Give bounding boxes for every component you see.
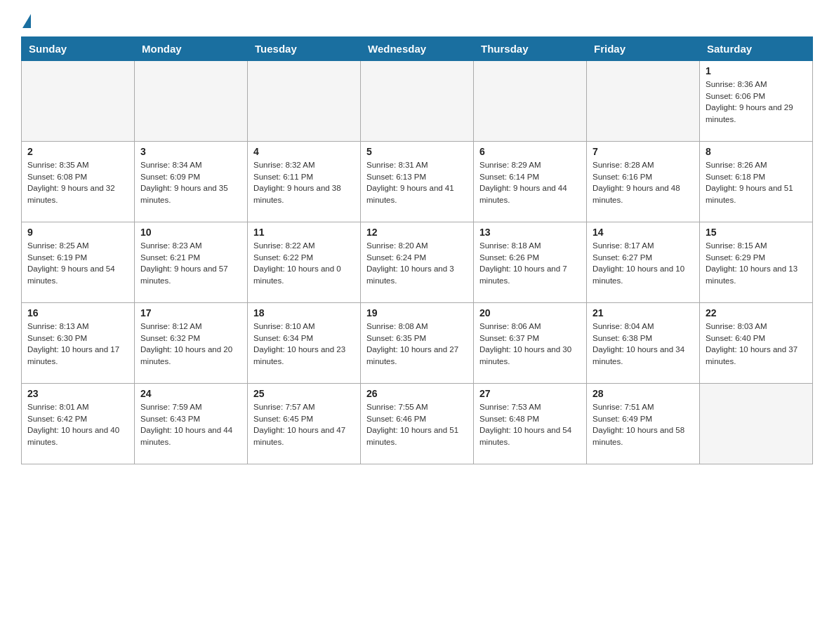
day-info: Sunrise: 8:12 AM Sunset: 6:32 PM Dayligh… [140, 321, 241, 368]
day-info: Sunrise: 8:17 AM Sunset: 6:27 PM Dayligh… [593, 240, 694, 287]
day-number: 26 [366, 388, 468, 399]
day-info: Sunrise: 8:01 AM Sunset: 6:42 PM Dayligh… [27, 401, 128, 448]
day-number: 16 [27, 307, 128, 318]
calendar-day-cell [700, 384, 813, 464]
calendar-day-cell: 24Sunrise: 7:59 AM Sunset: 6:43 PM Dayli… [135, 384, 248, 464]
calendar-day-cell: 15Sunrise: 8:15 AM Sunset: 6:29 PM Dayli… [700, 222, 813, 303]
calendar-day-cell: 28Sunrise: 7:51 AM Sunset: 6:49 PM Dayli… [587, 384, 700, 464]
day-of-week-header: Monday [135, 37, 248, 61]
calendar-day-cell: 9Sunrise: 8:25 AM Sunset: 6:19 PM Daylig… [22, 222, 135, 303]
day-info: Sunrise: 8:20 AM Sunset: 6:24 PM Dayligh… [366, 240, 468, 287]
calendar-day-cell: 10Sunrise: 8:23 AM Sunset: 6:21 PM Dayli… [135, 222, 248, 303]
day-info: Sunrise: 8:22 AM Sunset: 6:22 PM Dayligh… [253, 240, 355, 287]
calendar-day-cell [474, 61, 587, 142]
calendar-day-cell [361, 61, 474, 142]
day-info: Sunrise: 8:25 AM Sunset: 6:19 PM Dayligh… [27, 240, 128, 287]
day-info: Sunrise: 7:53 AM Sunset: 6:48 PM Dayligh… [479, 401, 581, 448]
calendar-day-cell: 17Sunrise: 8:12 AM Sunset: 6:32 PM Dayli… [135, 303, 248, 384]
day-number: 9 [27, 227, 128, 238]
day-info: Sunrise: 8:10 AM Sunset: 6:34 PM Dayligh… [253, 321, 355, 368]
day-number: 21 [593, 307, 694, 318]
calendar-day-cell: 8Sunrise: 8:26 AM Sunset: 6:18 PM Daylig… [700, 142, 813, 222]
day-info: Sunrise: 8:34 AM Sunset: 6:09 PM Dayligh… [140, 159, 241, 206]
calendar-day-cell: 11Sunrise: 8:22 AM Sunset: 6:22 PM Dayli… [248, 222, 361, 303]
day-of-week-header: Saturday [700, 37, 813, 61]
calendar-day-cell [248, 61, 361, 142]
day-number: 28 [593, 388, 694, 399]
day-number: 12 [366, 227, 468, 238]
day-info: Sunrise: 8:06 AM Sunset: 6:37 PM Dayligh… [479, 321, 581, 368]
day-number: 3 [140, 146, 241, 157]
day-number: 22 [706, 307, 807, 318]
day-info: Sunrise: 7:59 AM Sunset: 6:43 PM Dayligh… [140, 401, 241, 448]
calendar-day-cell: 14Sunrise: 8:17 AM Sunset: 6:27 PM Dayli… [587, 222, 700, 303]
calendar-day-cell: 6Sunrise: 8:29 AM Sunset: 6:14 PM Daylig… [474, 142, 587, 222]
day-info: Sunrise: 8:28 AM Sunset: 6:16 PM Dayligh… [593, 159, 694, 206]
calendar-day-cell: 22Sunrise: 8:03 AM Sunset: 6:40 PM Dayli… [700, 303, 813, 384]
day-number: 19 [366, 307, 468, 318]
day-number: 15 [706, 227, 807, 238]
day-number: 13 [479, 227, 581, 238]
day-number: 23 [27, 388, 128, 399]
calendar-day-cell: 12Sunrise: 8:20 AM Sunset: 6:24 PM Dayli… [361, 222, 474, 303]
calendar-day-cell: 1Sunrise: 8:36 AM Sunset: 6:06 PM Daylig… [700, 61, 813, 142]
day-info: Sunrise: 8:29 AM Sunset: 6:14 PM Dayligh… [479, 159, 581, 206]
day-number: 1 [706, 65, 807, 76]
calendar-day-cell: 18Sunrise: 8:10 AM Sunset: 6:34 PM Dayli… [248, 303, 361, 384]
day-of-week-header: Tuesday [248, 37, 361, 61]
day-number: 5 [366, 146, 468, 157]
day-of-week-header: Thursday [474, 37, 587, 61]
day-number: 6 [479, 146, 581, 157]
page-header [21, 14, 813, 25]
day-info: Sunrise: 8:36 AM Sunset: 6:06 PM Dayligh… [706, 79, 807, 126]
day-of-week-header: Friday [587, 37, 700, 61]
day-number: 18 [253, 307, 355, 318]
day-info: Sunrise: 8:15 AM Sunset: 6:29 PM Dayligh… [706, 240, 807, 287]
day-info: Sunrise: 8:26 AM Sunset: 6:18 PM Dayligh… [706, 159, 807, 206]
day-info: Sunrise: 8:18 AM Sunset: 6:26 PM Dayligh… [479, 240, 581, 287]
day-number: 20 [479, 307, 581, 318]
day-number: 10 [140, 227, 241, 238]
day-info: Sunrise: 8:32 AM Sunset: 6:11 PM Dayligh… [253, 159, 355, 206]
day-number: 25 [253, 388, 355, 399]
day-of-week-header: Wednesday [361, 37, 474, 61]
day-number: 11 [253, 227, 355, 238]
day-info: Sunrise: 8:13 AM Sunset: 6:30 PM Dayligh… [27, 321, 128, 368]
calendar-week-row: 2Sunrise: 8:35 AM Sunset: 6:08 PM Daylig… [22, 142, 813, 222]
day-number: 14 [593, 227, 694, 238]
calendar-day-cell: 21Sunrise: 8:04 AM Sunset: 6:38 PM Dayli… [587, 303, 700, 384]
day-number: 17 [140, 307, 241, 318]
day-info: Sunrise: 8:04 AM Sunset: 6:38 PM Dayligh… [593, 321, 694, 368]
day-number: 27 [479, 388, 581, 399]
calendar-day-cell: 5Sunrise: 8:31 AM Sunset: 6:13 PM Daylig… [361, 142, 474, 222]
calendar-day-cell: 19Sunrise: 8:08 AM Sunset: 6:35 PM Dayli… [361, 303, 474, 384]
logo [21, 14, 31, 25]
calendar-week-row: 1Sunrise: 8:36 AM Sunset: 6:06 PM Daylig… [22, 61, 813, 142]
calendar-day-cell [587, 61, 700, 142]
day-info: Sunrise: 8:08 AM Sunset: 6:35 PM Dayligh… [366, 321, 468, 368]
calendar-day-cell: 7Sunrise: 8:28 AM Sunset: 6:16 PM Daylig… [587, 142, 700, 222]
day-number: 24 [140, 388, 241, 399]
day-number: 4 [253, 146, 355, 157]
calendar-day-cell: 16Sunrise: 8:13 AM Sunset: 6:30 PM Dayli… [22, 303, 135, 384]
day-number: 8 [706, 146, 807, 157]
calendar-day-cell: 20Sunrise: 8:06 AM Sunset: 6:37 PM Dayli… [474, 303, 587, 384]
day-number: 2 [27, 146, 128, 157]
calendar-day-cell: 26Sunrise: 7:55 AM Sunset: 6:46 PM Dayli… [361, 384, 474, 464]
calendar-day-cell [22, 61, 135, 142]
calendar-day-cell: 23Sunrise: 8:01 AM Sunset: 6:42 PM Dayli… [22, 384, 135, 464]
day-info: Sunrise: 8:23 AM Sunset: 6:21 PM Dayligh… [140, 240, 241, 287]
calendar-day-cell: 3Sunrise: 8:34 AM Sunset: 6:09 PM Daylig… [135, 142, 248, 222]
day-info: Sunrise: 7:51 AM Sunset: 6:49 PM Dayligh… [593, 401, 694, 448]
day-info: Sunrise: 7:55 AM Sunset: 6:46 PM Dayligh… [366, 401, 468, 448]
calendar-week-row: 9Sunrise: 8:25 AM Sunset: 6:19 PM Daylig… [22, 222, 813, 303]
day-info: Sunrise: 8:35 AM Sunset: 6:08 PM Dayligh… [27, 159, 128, 206]
day-info: Sunrise: 7:57 AM Sunset: 6:45 PM Dayligh… [253, 401, 355, 448]
calendar-day-cell: 2Sunrise: 8:35 AM Sunset: 6:08 PM Daylig… [22, 142, 135, 222]
calendar-table: SundayMondayTuesdayWednesdayThursdayFrid… [21, 36, 813, 464]
calendar-header-row: SundayMondayTuesdayWednesdayThursdayFrid… [22, 37, 813, 61]
calendar-day-cell: 27Sunrise: 7:53 AM Sunset: 6:48 PM Dayli… [474, 384, 587, 464]
day-of-week-header: Sunday [22, 37, 135, 61]
calendar-week-row: 23Sunrise: 8:01 AM Sunset: 6:42 PM Dayli… [22, 384, 813, 464]
day-info: Sunrise: 8:03 AM Sunset: 6:40 PM Dayligh… [706, 321, 807, 368]
